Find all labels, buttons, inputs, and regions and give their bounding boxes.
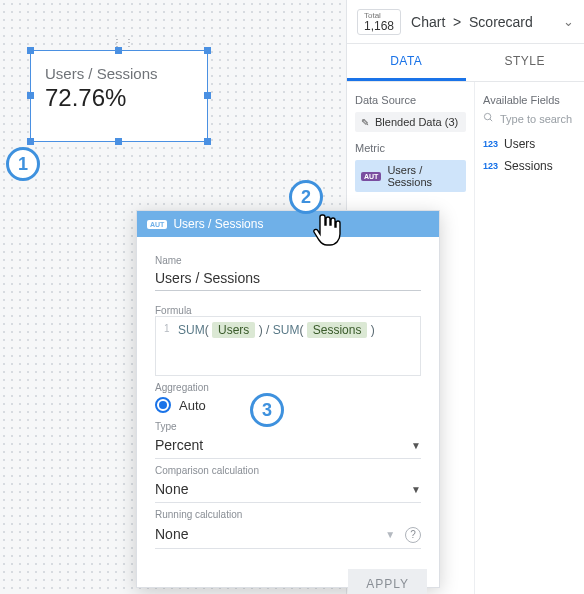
- panel-header: Total 1,168 Chart > Scorecard ⌄: [347, 0, 584, 44]
- formula-fn: SUM: [273, 323, 300, 337]
- resize-handle[interactable]: [27, 138, 34, 145]
- chevron-down-icon: ▼: [411, 484, 421, 495]
- available-fields-heading: Available Fields: [483, 94, 576, 106]
- aut-badge: AUT: [361, 172, 381, 181]
- running-dropdown[interactable]: None ▼ ?: [155, 520, 421, 549]
- metric-label: Metric: [355, 142, 466, 154]
- aggregation-value: Auto: [179, 398, 206, 413]
- callout-step-2: 2: [289, 180, 323, 214]
- available-field[interactable]: 123 Users: [483, 133, 576, 155]
- type-value: Percent: [155, 437, 203, 453]
- panel-tabs: DATA STYLE: [347, 44, 584, 82]
- comparison-value: None: [155, 481, 188, 497]
- formula-field: Sessions: [307, 322, 368, 338]
- numeric-badge: 123: [483, 161, 498, 171]
- svg-point-0: [484, 113, 490, 119]
- scorecard-widget[interactable]: ⋮⋮ Users / Sessions 72.76%: [30, 50, 208, 142]
- search-placeholder: Type to search: [500, 113, 572, 125]
- total-value: 1,168: [364, 20, 394, 32]
- running-label: Running calculation: [155, 509, 421, 520]
- data-source-label: Data Source: [355, 94, 466, 106]
- callout-step-3: 3: [250, 393, 284, 427]
- formula-label: Formula: [155, 305, 421, 316]
- tab-style[interactable]: STYLE: [466, 44, 585, 81]
- comparison-label: Comparison calculation: [155, 465, 421, 476]
- name-input[interactable]: [155, 266, 421, 291]
- aut-badge: AUT: [147, 220, 167, 229]
- help-icon[interactable]: ?: [405, 527, 421, 543]
- running-value: None: [155, 526, 188, 542]
- comparison-dropdown[interactable]: None ▼: [155, 476, 421, 503]
- tab-data[interactable]: DATA: [347, 44, 466, 81]
- apply-button[interactable]: APPLY: [348, 569, 427, 594]
- svg-line-1: [490, 119, 492, 121]
- chevron-down-icon: ▼: [411, 440, 421, 451]
- aggregation-label: Aggregation: [155, 382, 421, 393]
- chevron-down-icon: ▼: [385, 529, 395, 540]
- formula-op: /: [266, 323, 269, 337]
- resize-handle[interactable]: [115, 138, 122, 145]
- aggregation-option[interactable]: Auto: [155, 397, 421, 413]
- radio-selected-icon: [155, 397, 171, 413]
- calculated-field-popup: AUT Users / Sessions Name Formula 1 SUM(…: [136, 210, 440, 588]
- resize-handle[interactable]: [27, 47, 34, 54]
- numeric-badge: 123: [483, 139, 498, 149]
- name-label: Name: [155, 255, 421, 266]
- formula-fn: SUM: [178, 323, 205, 337]
- breadcrumb-chart: Chart: [411, 14, 445, 30]
- breadcrumb-scorecard: Scorecard: [469, 14, 533, 30]
- metric-value: Users / Sessions: [387, 164, 460, 188]
- search-input[interactable]: Type to search: [483, 112, 576, 125]
- metric-chip[interactable]: AUT Users / Sessions: [355, 160, 466, 192]
- available-fields-column: Available Fields Type to search 123 User…: [475, 82, 584, 594]
- resize-handle[interactable]: [115, 47, 122, 54]
- breadcrumb-sep: >: [453, 14, 461, 30]
- line-number: 1: [164, 323, 172, 334]
- search-icon: [483, 112, 494, 125]
- chevron-down-icon[interactable]: ⌄: [563, 14, 574, 29]
- callout-step-1: 1: [6, 147, 40, 181]
- scorecard-value: 72.76%: [31, 82, 207, 114]
- data-source-value: Blended Data (3): [375, 116, 458, 128]
- popup-header[interactable]: AUT Users / Sessions: [137, 211, 439, 237]
- available-field[interactable]: 123 Sessions: [483, 155, 576, 177]
- field-name: Users: [504, 137, 535, 151]
- popup-title: Users / Sessions: [173, 217, 263, 231]
- formula-editor[interactable]: 1 SUM( Users ) / SUM( Sessions ): [155, 316, 421, 376]
- resize-handle[interactable]: [204, 47, 211, 54]
- type-dropdown[interactable]: Percent ▼: [155, 432, 421, 459]
- scorecard-label: Users / Sessions: [31, 51, 207, 82]
- total-chip[interactable]: Total 1,168: [357, 9, 401, 35]
- type-label: Type: [155, 421, 421, 432]
- resize-handle[interactable]: [204, 138, 211, 145]
- field-name: Sessions: [504, 159, 553, 173]
- resize-handle[interactable]: [204, 92, 211, 99]
- breadcrumb[interactable]: Chart > Scorecard: [411, 14, 563, 30]
- formula-field: Users: [212, 322, 255, 338]
- data-source-chip[interactable]: ✎ Blended Data (3): [355, 112, 466, 132]
- pencil-icon: ✎: [361, 117, 369, 128]
- resize-handle[interactable]: [27, 92, 34, 99]
